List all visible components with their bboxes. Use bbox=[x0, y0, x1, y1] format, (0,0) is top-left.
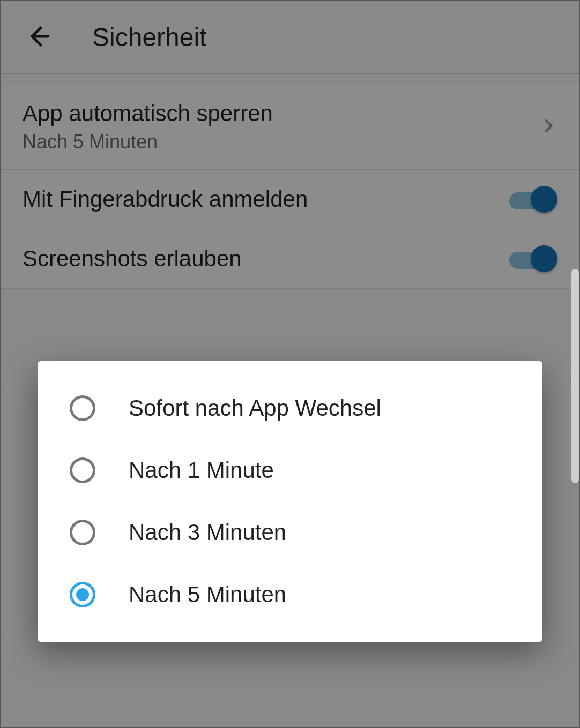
option-label: Nach 5 Minuten bbox=[129, 582, 286, 607]
option-3-minutes[interactable]: Nach 3 Minuten bbox=[38, 501, 542, 564]
option-immediate[interactable]: Sofort nach App Wechsel bbox=[38, 377, 542, 439]
radio-icon bbox=[70, 395, 95, 421]
option-label: Sofort nach App Wechsel bbox=[129, 395, 381, 421]
auto-lock-dialog: Sofort nach App Wechsel Nach 1 Minute Na… bbox=[38, 361, 542, 642]
radio-icon bbox=[70, 582, 95, 607]
option-label: Nach 3 Minuten bbox=[129, 520, 286, 545]
radio-icon bbox=[70, 520, 95, 545]
option-5-minutes[interactable]: Nach 5 Minuten bbox=[38, 564, 542, 626]
option-1-minute[interactable]: Nach 1 Minute bbox=[38, 439, 542, 501]
radio-icon bbox=[70, 457, 95, 483]
option-label: Nach 1 Minute bbox=[129, 457, 274, 483]
scrollbar[interactable] bbox=[571, 269, 579, 483]
